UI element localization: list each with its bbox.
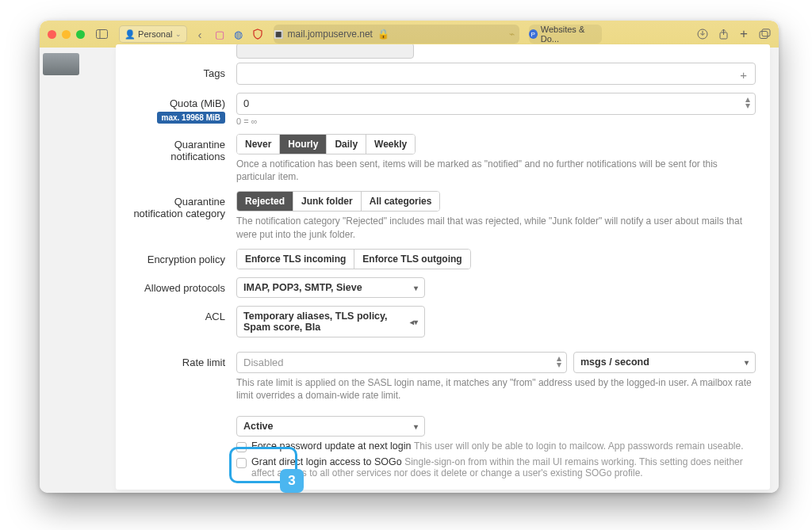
profile-pill[interactable]: 👤 Personal ⌄	[119, 25, 187, 43]
qcat-segment: Rejected Junk folder All categories	[236, 191, 440, 212]
address-text: mail.jompuserve.net	[288, 29, 373, 40]
titlebar: 👤 Personal ⌄ ‹ ▢ ◍ 🔳 mail.jompuserve.net…	[40, 21, 779, 48]
protocols-select[interactable]: IMAP, POP3, SMTP, Sieve▾	[236, 277, 425, 298]
quota-hint: 0 = ∞	[236, 116, 756, 126]
qnotif-segment: Never Hourly Daily Weekly	[236, 134, 416, 154]
qcat-label: Quarantine notification category	[130, 191, 236, 240]
background-thumbnail	[43, 53, 79, 75]
qnotif-label: Quarantine notifications	[130, 134, 236, 183]
rate-unit-select[interactable]: msgs / second▾	[573, 352, 756, 373]
close-icon[interactable]	[48, 30, 56, 39]
rate-input[interactable]: Disabled ▴▾	[236, 352, 567, 373]
stepper-icon[interactable]: ▴▾	[557, 355, 561, 368]
plus-icon[interactable]: +	[740, 68, 747, 82]
notes-icon[interactable]: ▢	[213, 28, 226, 40]
profile-name: Personal	[138, 29, 172, 39]
tags-input[interactable]: +	[236, 63, 756, 85]
quota-label: Quota (MiB) max. 19968 MiB	[130, 93, 236, 126]
qnotif-hourly[interactable]: Hourly	[280, 135, 327, 154]
svg-rect-4	[760, 32, 768, 39]
downloads-icon[interactable]	[696, 28, 709, 40]
acl-select[interactable]: Temporary aliases, TLS policy, Spam scor…	[236, 306, 425, 337]
shield-icon[interactable]	[251, 28, 264, 40]
protocols-label: Allowed protocols	[130, 277, 236, 298]
browser-window: 👤 Personal ⌄ ‹ ▢ ◍ 🔳 mail.jompuserve.net…	[40, 21, 779, 493]
lock-icon: 🔒	[377, 29, 389, 40]
qcat-help: The notification category "Rejected" inc…	[236, 215, 756, 240]
back-button[interactable]: ‹	[193, 25, 207, 43]
truncated-field[interactable]	[236, 44, 414, 59]
svg-rect-0	[97, 30, 108, 39]
new-tab-icon[interactable]: +	[737, 28, 750, 40]
credentials-pill[interactable]: P Websites & Do...	[529, 25, 602, 44]
svg-rect-5	[762, 29, 770, 36]
address-bar[interactable]: 🔳 mail.jompuserve.net 🔒 ⌁	[274, 25, 519, 44]
quota-max-badge: max. 19968 MiB	[157, 112, 226, 124]
credentials-label: Websites & Do...	[541, 25, 602, 44]
enc-label: Encryption policy	[130, 249, 236, 269]
stepper-icon[interactable]: ▴▾	[745, 96, 750, 109]
chevron-down-icon: ▾	[414, 283, 418, 292]
window-controls	[48, 30, 85, 39]
qcat-junk[interactable]: Junk folder	[293, 192, 362, 211]
settings-modal: Tags + Quota (MiB) max. 19968 MiB	[116, 44, 770, 490]
status-select[interactable]: Active▾	[236, 416, 425, 437]
force-pw-sub: This user will only be able to login to …	[414, 440, 744, 452]
annotation-number: 3	[280, 469, 304, 493]
minimize-icon[interactable]	[62, 30, 71, 39]
1password-icon[interactable]: ◍	[232, 28, 245, 40]
qcat-all[interactable]: All categories	[362, 192, 440, 211]
tabs-icon[interactable]	[758, 28, 771, 40]
qnotif-never[interactable]: Never	[237, 135, 280, 154]
qnotif-help: Once a notification has been sent, items…	[236, 158, 756, 183]
viewport: erve⏻ 🐵 + 🐮 = 💕 Version: 2024-08a Tags +	[40, 48, 779, 493]
chevron-down-icon: ◂▾	[410, 317, 418, 326]
sidebar-toggle-icon[interactable]	[91, 25, 113, 43]
enc-segment: Enforce TLS incoming Enforce TLS outgoin…	[236, 249, 471, 269]
quota-input[interactable]: 0 ▴▾	[236, 93, 756, 115]
enc-outgoing[interactable]: Enforce TLS outgoing	[354, 250, 469, 269]
share-icon[interactable]	[717, 28, 730, 40]
zoom-icon[interactable]	[76, 30, 85, 39]
tags-label: Tags	[130, 63, 236, 85]
acl-label: ACL	[130, 306, 236, 337]
enc-incoming[interactable]: Enforce TLS incoming	[237, 250, 354, 269]
qnotif-weekly[interactable]: Weekly	[366, 135, 415, 154]
qcat-rejected[interactable]: Rejected	[237, 192, 293, 211]
rate-help: This rate limit is applied on the SASL l…	[236, 376, 756, 402]
chevron-down-icon: ▾	[414, 422, 418, 431]
rate-label: Rate limit	[130, 352, 236, 402]
qnotif-daily[interactable]: Daily	[327, 135, 366, 154]
chevron-down-icon: ▾	[745, 358, 749, 367]
